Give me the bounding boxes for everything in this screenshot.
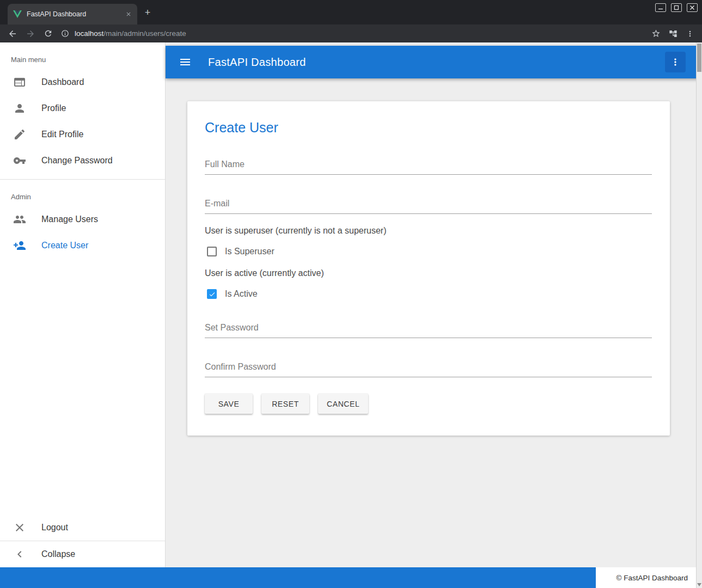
confirm-password-field	[205, 359, 652, 377]
form-actions: SAVE RESET CANCEL	[205, 394, 652, 414]
active-checkbox-row[interactable]: Is Active	[207, 289, 652, 299]
vue-logo-icon	[13, 10, 22, 19]
appbar: FastAPI Dashboard	[166, 46, 702, 78]
sidebar-item-dashboard[interactable]: Dashboard	[0, 69, 165, 95]
sidebar-item-collapse[interactable]: Collapse	[0, 541, 165, 567]
edit-icon	[13, 128, 26, 141]
sidebar-item-label: Dashboard	[41, 77, 84, 87]
active-hint: User is active (currently active)	[205, 268, 652, 278]
back-button[interactable]	[8, 29, 17, 39]
browser-window: FastAPI Dashboard +	[0, 0, 702, 588]
people-icon	[13, 213, 26, 226]
set-password-field	[205, 320, 652, 338]
sidebar-item-create-user[interactable]: Create User	[0, 232, 165, 259]
main-menu-heading: Main menu	[0, 42, 165, 69]
admin-heading: Admin	[0, 180, 165, 206]
browser-addressbar: localhost/main/admin/users/create	[0, 24, 702, 42]
sidebar-item-manage-users[interactable]: Manage Users	[0, 206, 165, 232]
menu-toggle-button[interactable]	[179, 56, 192, 69]
sidebar-item-label: Manage Users	[41, 215, 98, 224]
reload-button[interactable]	[44, 29, 53, 38]
hamburger-icon	[179, 56, 192, 69]
sidebar-item-profile[interactable]: Profile	[0, 95, 165, 121]
set-password-input[interactable]	[205, 320, 652, 338]
minimize-button[interactable]	[655, 3, 666, 12]
sidebar-item-label: Profile	[41, 103, 66, 113]
person-icon	[13, 102, 26, 115]
appbar-menu-button[interactable]	[665, 52, 686, 72]
page-scrollbar[interactable]	[696, 42, 702, 588]
address-bar[interactable]: localhost/main/admin/users/create	[61, 29, 643, 38]
sidebar-item-label: Change Password	[41, 156, 113, 166]
sidebar-item-label: Edit Profile	[41, 130, 83, 139]
superuser-checkbox-row[interactable]: Is Superuser	[207, 247, 652, 256]
sidebar-item-label: Logout	[41, 523, 68, 532]
key-icon	[13, 154, 26, 167]
tab-title: FastAPI Dashboard	[27, 10, 125, 18]
browser-menu-button[interactable]	[686, 29, 694, 38]
page-body: Create User User is superuser (currently…	[166, 78, 702, 567]
sidebar: Main menu Dashboard Profile	[0, 42, 166, 567]
footer-bar	[0, 567, 596, 588]
browser-tab[interactable]: FastAPI Dashboard	[8, 4, 137, 24]
site-info-icon[interactable]	[61, 29, 69, 38]
url-path: /main/admin/users/create	[103, 29, 186, 38]
reset-button[interactable]: RESET	[261, 394, 309, 414]
close-x-icon	[13, 521, 26, 534]
sidebar-item-label: Create User	[41, 241, 88, 250]
sidebar-item-label: Collapse	[41, 549, 75, 559]
dashboard-icon	[13, 76, 26, 89]
kebab-icon	[670, 57, 681, 68]
url-text: localhost/main/admin/users/create	[75, 29, 186, 38]
maximize-button[interactable]	[671, 3, 682, 12]
page-content: Main menu Dashboard Profile	[0, 42, 702, 588]
email-field	[205, 195, 652, 214]
confirm-password-input[interactable]	[205, 359, 652, 377]
full-name-input[interactable]	[205, 156, 652, 175]
browser-titlebar: FastAPI Dashboard +	[0, 0, 702, 24]
tab-close-icon[interactable]	[125, 11, 132, 17]
bookmark-star-button[interactable]	[651, 29, 661, 38]
person-add-icon	[13, 239, 26, 252]
email-input[interactable]	[205, 195, 652, 214]
main-area: FastAPI Dashboard Create User	[166, 42, 702, 567]
forward-button[interactable]	[26, 29, 35, 39]
full-name-field	[205, 156, 652, 175]
active-checkbox-label: Is Active	[225, 289, 258, 299]
superuser-hint: User is superuser (currently is not a su…	[205, 226, 652, 236]
new-tab-button[interactable]: +	[142, 7, 154, 19]
sidebar-item-logout[interactable]: Logout	[0, 514, 165, 541]
scrollbar-thumb[interactable]	[697, 44, 701, 72]
site-tree-icon	[669, 29, 677, 38]
footer: © FastAPI Dashboard	[0, 567, 702, 588]
footer-copyright: © FastAPI Dashboard	[596, 567, 702, 588]
window-controls	[655, 3, 698, 12]
scrollbar-down-arrow[interactable]	[697, 583, 701, 586]
sidebar-item-edit-profile[interactable]: Edit Profile	[0, 121, 165, 148]
appbar-title: FastAPI Dashboard	[208, 56, 306, 69]
extensions-button[interactable]	[669, 29, 677, 38]
chevron-left-icon	[13, 548, 26, 561]
check-icon	[209, 291, 216, 298]
sidebar-item-change-password[interactable]: Change Password	[0, 148, 165, 174]
close-button[interactable]	[687, 3, 698, 12]
create-user-card: Create User User is superuser (currently…	[187, 101, 670, 436]
active-checkbox	[207, 289, 217, 299]
superuser-checkbox-label: Is Superuser	[225, 247, 274, 256]
cancel-button[interactable]: CANCEL	[318, 394, 368, 414]
superuser-checkbox	[207, 247, 217, 256]
card-title: Create User	[205, 120, 652, 136]
url-host: localhost	[75, 29, 103, 38]
save-button[interactable]: SAVE	[205, 394, 253, 414]
